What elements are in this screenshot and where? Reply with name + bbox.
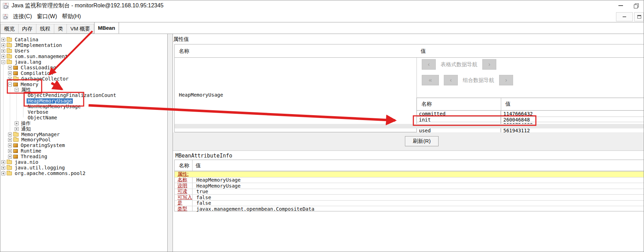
expand-icon[interactable] [8,77,12,81]
tree-item-catalina[interactable]: Catalina [0,37,167,43]
tab-classes[interactable]: 类 [54,24,67,34]
info-row-value: false [192,195,211,200]
tree-item--[interactable]: 操作 [0,120,167,126]
collapse-icon[interactable] [1,60,5,64]
refresh-button[interactable]: 刷新(R) [405,136,439,146]
tree-item-label: MemoryManager [20,132,61,137]
tree-item-jmimplementation[interactable]: JMImplementation [0,43,167,48]
tree-item-operatingsystem[interactable]: OperatingSystem [0,143,167,148]
tree-item-objectname[interactable]: ObjectName [0,115,167,120]
menu-bar: 连接(C)窗口(W)帮助(H) [0,11,644,22]
expand-icon[interactable] [1,160,5,164]
tree-item-nonheapmemoryusage[interactable]: NonHeapMemoryUsage [0,104,167,110]
tree-item-label: com.sun.management [14,54,69,59]
info-row-attribute-header: 属性: [175,171,644,177]
tree-item-org-apache-commons-pool2[interactable]: org.apache.commons.pool2 [0,170,167,176]
tree-item-java-lang[interactable]: java.lang [0,59,167,65]
mbean-tree: CatalinaJMImplementationUserscom.sun.man… [0,34,167,252]
tree-item-runtime[interactable]: Runtime [0,148,167,154]
composite-nav-label: 组合数据导航 [463,77,494,84]
info-row-6: 类型javax.management.openmbean.CompositeDa… [175,206,644,212]
expand-icon[interactable] [1,166,5,170]
info-row-value: false [192,200,211,206]
frame-maximize-button[interactable] [634,12,644,21]
expand-icon[interactable] [1,55,5,58]
expand-icon[interactable] [8,133,12,136]
expand-icon[interactable] [1,49,5,53]
menu-connect[interactable]: 连接(C) [10,12,34,21]
mbean-attribute-info-table: 名称 值 属性:名称HeapMemoryUsage说明HeapMemoryUsa… [174,160,644,211]
composite-cell-name: committed [417,111,501,117]
tree-item-memory[interactable]: Memory [0,82,167,87]
expand-icon[interactable] [1,43,5,47]
tabular-nav-next-button[interactable]: › [482,59,496,70]
composite-row-init[interactable]: init260046848 [417,117,644,122]
tab-vm[interactable]: VM 概要 [67,24,94,34]
tree-item-memorypool[interactable]: MemoryPool [0,137,167,143]
menu-window[interactable]: 窗口(W) [34,12,59,21]
expand-icon[interactable] [15,127,19,131]
tree-item-verbose[interactable]: Verbose [0,110,167,115]
tree-item--[interactable]: 通知 [0,126,167,132]
frame-minimize-button[interactable] [616,12,633,21]
tree-item-com-sun-management[interactable]: com.sun.management [0,54,167,59]
composite-data-nav: « ‹ 组合数据导航 › [422,75,513,85]
jconsole-window: Java 监视和管理控制台 - monitorRole@192.168.10.9… [0,0,644,252]
info-row-label: 说明 [175,183,192,189]
tree-item-label: 通知 [20,126,32,132]
collapse-icon[interactable] [8,83,12,86]
refresh-strip: 刷新(R) [173,132,644,151]
tree-item-threading[interactable]: Threading [0,154,167,160]
composite-cell-name: init [417,117,501,122]
tree-item--[interactable]: 属性 [0,87,167,93]
expand-icon[interactable] [1,172,5,175]
tree-item-java-nio[interactable]: java.nio [0,160,167,165]
tree-item-compilation[interactable]: Compilation [0,70,167,76]
tree-item-classloading[interactable]: ClassLoading [0,65,167,70]
tree-item-users[interactable]: Users [0,48,167,54]
tree-item-garbagecollector[interactable]: GarbageCollector [0,76,167,82]
composite-nav-first-button[interactable]: « [422,75,439,85]
composite-row-committed[interactable]: committed1147666432 [417,111,644,117]
expand-icon[interactable] [8,149,12,153]
tree-item-label: java.nio [14,160,39,165]
expand-icon[interactable] [8,144,12,147]
tree-item-heapmemoryusage[interactable]: HeapMemoryUsage [0,98,167,104]
tab-overview[interactable]: 概览 [0,24,19,34]
tree-item-memorymanager[interactable]: MemoryManager [0,132,167,137]
attribute-table-header: 名称 值 [175,44,644,58]
tab-threads[interactable]: 线程 [36,24,54,34]
composite-nav-next-button[interactable]: › [499,75,513,85]
tree-item-java-util-logging[interactable]: java.util.logging [0,165,167,170]
tabular-nav-prev-button[interactable]: ‹ [422,59,436,70]
restore-button[interactable] [628,1,644,10]
split-divider[interactable] [167,34,173,252]
expand-icon[interactable] [8,138,12,142]
expand-icon[interactable] [15,121,19,125]
tree-item-label: Compilation [20,71,54,76]
expand-icon[interactable] [1,38,5,42]
minimize-button[interactable] [613,1,628,10]
folder-icon [7,38,12,42]
info-row-2: 说明HeapMemoryUsage [175,183,644,189]
info-row-value: true [192,189,208,194]
info-row-label: 类型 [175,206,192,212]
tab-memory[interactable]: 内存 [19,24,36,34]
folder-icon [7,172,12,175]
tree-item-label: Runtime [20,148,42,154]
expand-icon[interactable] [8,66,12,70]
composite-nav-prev-button[interactable]: ‹ [444,75,458,85]
menu-help[interactable]: 帮助(H) [59,12,83,21]
frame-minimize-icon [623,16,626,17]
expand-icon[interactable] [8,155,12,159]
folder-icon [7,49,12,53]
tree-item-objectpendingfinalizationcount[interactable]: ObjectPendingFinalizationCount [0,93,167,98]
tab-mbean[interactable]: MBean [94,22,119,34]
expand-icon[interactable] [8,71,12,75]
tree-item-label: Threading [20,154,48,159]
collapse-icon[interactable] [15,88,19,92]
info-row-value: javax.management.openmbean.CompositeData [192,206,314,212]
tree-item-label: 属性 [20,87,32,92]
attribute-name-cell[interactable]: HeapMemoryUsage [179,92,223,98]
minimize-icon [618,5,623,6]
